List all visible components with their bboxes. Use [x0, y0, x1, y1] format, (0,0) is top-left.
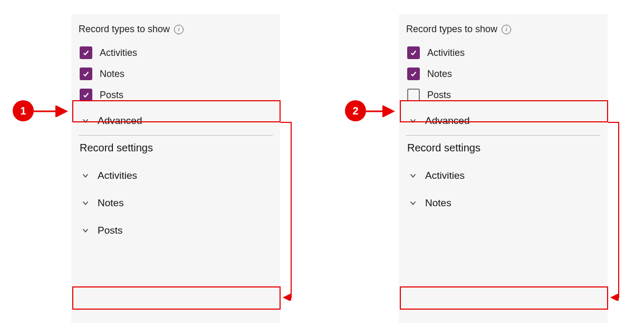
expand-notes[interactable]: Notes: [79, 192, 273, 214]
chevron-down-icon: [82, 227, 89, 234]
divider: [406, 135, 600, 136]
checkbox-activities[interactable]: [80, 46, 92, 59]
annotation-step-number: 1: [20, 105, 26, 117]
record-settings-header: Record settings: [407, 142, 600, 154]
checkmark-icon: [82, 49, 90, 56]
record-settings-header: Record settings: [80, 142, 273, 154]
record-types-header: Record types to show i: [406, 24, 600, 35]
expand-activities[interactable]: Activities: [79, 165, 273, 187]
info-icon[interactable]: i: [174, 25, 184, 34]
record-types-header: Record types to show i: [79, 24, 273, 35]
annotation-step-badge-2: 2: [345, 100, 366, 121]
checkbox-label: Posts: [100, 90, 123, 101]
expand-advanced[interactable]: Advanced: [406, 110, 600, 132]
expand-notes[interactable]: Notes: [406, 192, 600, 214]
checkbox-notes[interactable]: [407, 68, 420, 80]
checkbox-row-posts[interactable]: Posts: [79, 85, 273, 104]
checkmark-icon: [82, 91, 90, 99]
checkmark-icon: [410, 70, 417, 78]
checkbox-row-activities[interactable]: Activities: [79, 43, 273, 62]
checkbox-label: Notes: [100, 69, 124, 80]
annotation-step-badge-1: 1: [13, 100, 34, 121]
checkmark-icon: [82, 70, 90, 78]
checkbox-label: Activities: [427, 47, 465, 59]
info-icon[interactable]: i: [502, 25, 511, 34]
annotation-arrow-2: [366, 105, 400, 117]
checkbox-row-activities[interactable]: Activities: [406, 43, 600, 62]
record-types-label: Record types to show: [79, 24, 170, 35]
chevron-down-icon: [409, 117, 417, 124]
chevron-down-icon: [409, 172, 417, 179]
annotation-step-number: 2: [352, 105, 358, 117]
settings-panel-2: Record types to show i Activities Notes …: [399, 14, 608, 323]
chevron-down-icon: [82, 199, 89, 207]
checkbox-row-notes[interactable]: Notes: [79, 64, 273, 83]
checkbox-row-notes[interactable]: Notes: [406, 64, 600, 83]
checkbox-activities[interactable]: [407, 46, 420, 59]
checkbox-notes[interactable]: [80, 68, 92, 80]
chevron-down-icon: [409, 199, 417, 207]
annotation-connector-2: [607, 121, 628, 301]
settings-item-label: Activities: [98, 170, 137, 181]
settings-item-label: Posts: [98, 225, 123, 236]
settings-item-label: Notes: [98, 197, 124, 209]
settings-item-label: Notes: [425, 197, 451, 209]
settings-panel-1: Record types to show i Activities Notes …: [71, 14, 280, 323]
checkbox-posts[interactable]: [407, 89, 420, 101]
annotation-connector-1: [280, 121, 301, 301]
expand-posts[interactable]: Posts: [79, 219, 273, 242]
expand-activities[interactable]: Activities: [406, 165, 600, 187]
divider: [79, 135, 273, 136]
checkbox-posts[interactable]: [80, 89, 92, 101]
expand-advanced[interactable]: Advanced: [79, 110, 273, 132]
advanced-label: Advanced: [425, 115, 470, 127]
checkbox-label: Notes: [427, 69, 452, 80]
chevron-down-icon: [82, 172, 89, 179]
checkbox-row-posts[interactable]: Posts: [406, 85, 600, 104]
chevron-down-icon: [82, 117, 89, 124]
record-types-label: Record types to show: [406, 24, 497, 35]
settings-item-label: Activities: [425, 170, 465, 181]
checkmark-icon: [410, 49, 417, 56]
checkbox-label: Activities: [100, 47, 137, 59]
advanced-label: Advanced: [98, 115, 142, 127]
annotation-arrow-1: [34, 105, 73, 117]
checkbox-label: Posts: [427, 90, 451, 101]
